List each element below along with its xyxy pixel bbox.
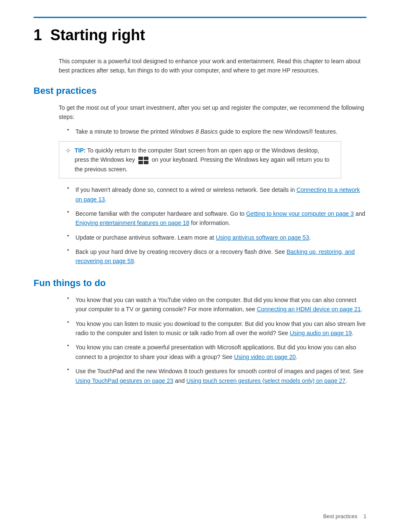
antivirus-link[interactable]: Using antivirus software on page 53 (216, 234, 309, 241)
page: 1Starting right This computer is a power… (0, 0, 400, 532)
hdmi-device-link[interactable]: Connecting an HDMI device on page 21 (257, 306, 361, 312)
best-practices-list: Take a minute to browse the printed Wind… (67, 127, 366, 136)
tip-label: TIP: (75, 147, 86, 154)
tip-icon: ✧ (65, 146, 71, 155)
fun-things-list: You know that you can watch a YouTube vi… (67, 295, 366, 385)
chapter-number: 1 (34, 26, 42, 44)
intro-paragraph: This computer is a powerful tool designe… (59, 57, 366, 75)
list-item: You know that you can watch a YouTube vi… (67, 295, 366, 314)
top-border (34, 17, 366, 18)
chapter-title: 1Starting right (34, 26, 366, 44)
best-practices-intro: To get the most out of your smart invest… (59, 103, 366, 122)
list-item: Take a minute to browse the printed Wind… (67, 127, 366, 136)
fun-things-heading: Fun things to do (34, 278, 366, 289)
svg-rect-2 (138, 161, 143, 164)
best-practices-heading: Best practices (34, 85, 366, 96)
best-practices-list-2: If you haven't already done so, connect … (67, 185, 366, 266)
list-item: You know you can listen to music you dow… (67, 319, 366, 338)
tip-box: ✧ TIP: To quickly return to the computer… (59, 141, 341, 178)
audio-link[interactable]: Using audio on page 19 (290, 330, 352, 336)
footer: Best practices 1 (323, 513, 366, 519)
list-item: You know you can create a powerful prese… (67, 343, 366, 362)
entertainment-features-link[interactable]: Enjoying entertainment features on page … (75, 220, 190, 226)
touchpad-gestures-link[interactable]: Using TouchPad gestures on page 23 (75, 377, 173, 384)
svg-rect-3 (144, 161, 148, 164)
svg-rect-0 (138, 157, 143, 160)
list-item: Become familiar with the computer hardwa… (67, 209, 366, 228)
page-number: 1 (364, 513, 366, 519)
touch-screen-gestures-link[interactable]: Using touch screen gestures (select mode… (186, 377, 345, 384)
list-item: Update or purchase antivirus software. L… (67, 233, 366, 242)
bullet1-text: Take a minute to browse the printed Wind… (75, 128, 338, 135)
getting-to-know-link[interactable]: Getting to know your computer on page 3 (246, 210, 354, 217)
svg-rect-1 (144, 157, 148, 160)
footer-text: Best practices (323, 513, 358, 519)
windows-key-icon (138, 156, 149, 165)
video-link[interactable]: Using video on page 20 (234, 354, 296, 360)
tip-content: TIP: To quickly return to the computer S… (75, 146, 335, 174)
list-item: If you haven't already done so, connect … (67, 185, 366, 204)
list-item: Use the TouchPad and the new Windows 8 t… (67, 367, 366, 385)
chapter-title-text: Starting right (50, 26, 145, 44)
list-item: Back up your hard drive by creating reco… (67, 247, 366, 266)
